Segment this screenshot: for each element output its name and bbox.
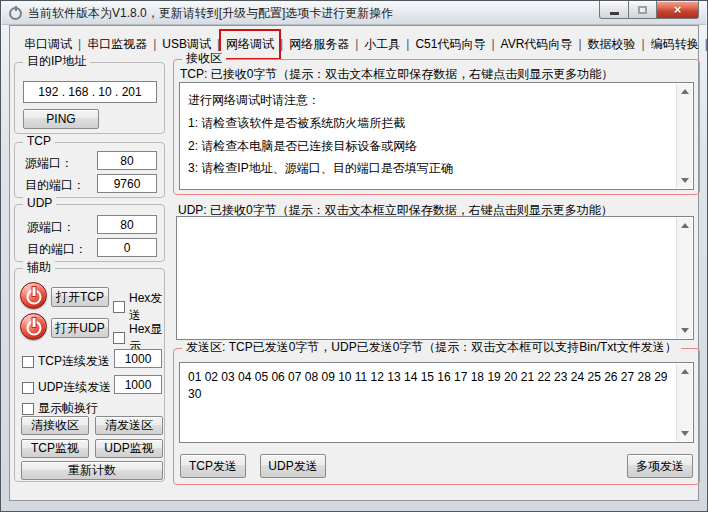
tcp-power-icon	[20, 282, 47, 309]
tab-network-debug[interactable]: 网络调试	[221, 33, 279, 56]
udp-dest-port-label: 目的端口：	[27, 241, 87, 258]
arrow-down-icon	[681, 178, 689, 183]
tab-strip: 串口调试 | 串口监视器 | USB调试 | 网络调试 | 网络服务器 | 小工…	[19, 31, 708, 57]
arrow-up-icon	[681, 223, 689, 228]
udp-dest-port-input[interactable]: 0	[97, 238, 157, 257]
checkbox-icon	[22, 356, 34, 368]
app-icon	[9, 7, 22, 20]
checkbox-icon	[22, 382, 34, 394]
dest-ip-group: 目的IP地址 192 . 168 . 10 . 201 PING	[14, 62, 165, 134]
udp-ports-group: UDP 源端口： 80 目的端口： 0	[14, 204, 165, 262]
tcp-receive-status: TCP: 已接收0字节（提示：双击文本框立即保存数据，右键点击则显示更多功能）	[180, 66, 613, 83]
scrollbar[interactable]	[676, 84, 692, 188]
tcp-receive-text: 进行网络调试时请注意： 1: 请检查该软件是否被系统防火墙所拦截 2: 请检查本…	[184, 85, 673, 187]
recount-button[interactable]: 重新计数	[21, 461, 163, 480]
udp-receive-textarea[interactable]	[176, 216, 694, 340]
scrollbar[interactable]	[676, 364, 692, 441]
scroll-up-button[interactable]	[677, 364, 692, 379]
send-area-title: 发送区: TCP已发送0字节，UDP已发送0字节（提示：双击文本框可以支持Bin…	[182, 340, 681, 354]
tab-serial-debug[interactable]: 串口调试	[19, 33, 77, 56]
udp-source-port-label: 源端口：	[27, 219, 75, 236]
tab-separator: |	[704, 37, 708, 51]
tcp-auto-send-label: TCP连续发送	[38, 353, 110, 370]
clear-send-button[interactable]: 清发送区	[95, 416, 163, 435]
window-controls: ×	[599, 1, 699, 19]
tab-network-server[interactable]: 网络服务器	[284, 33, 354, 56]
multi-send-button[interactable]: 多项发送	[627, 454, 693, 478]
tcp-auto-send-interval-input[interactable]: 1000	[114, 349, 162, 368]
tcp-send-button[interactable]: TCP发送	[180, 454, 246, 478]
tcp-auto-send-checkbox[interactable]: TCP连续发送	[22, 353, 110, 370]
tab-data-check[interactable]: 数据校验	[583, 33, 641, 56]
arrow-down-icon	[681, 328, 689, 333]
open-udp-button[interactable]: 打开UDP	[51, 318, 109, 338]
dest-ip-input[interactable]: 192 . 168 . 10 . 201	[23, 81, 157, 103]
group-title: 接收区	[182, 51, 226, 65]
tcp-source-port-input[interactable]: 80	[97, 151, 157, 170]
scroll-up-button[interactable]	[677, 84, 692, 99]
clear-receive-button[interactable]: 清接收区	[21, 416, 89, 435]
receive-area-group: 接收区 TCP: 已接收0字节（提示：双击文本框立即保存数据，右键点击则显示更多…	[173, 59, 700, 195]
minimize-icon	[610, 12, 619, 15]
close-button[interactable]: ×	[657, 1, 699, 19]
send-area-group: 发送区: TCP已发送0字节，UDP已发送0字节（提示：双击文本框可以支持Bin…	[173, 348, 700, 485]
udp-auto-send-interval-input[interactable]: 1000	[114, 375, 162, 394]
udp-source-port-input[interactable]: 80	[97, 215, 157, 234]
auxiliary-group: 辅助 打开TCP Hex发送 打开UDP Hex显示 TCP连续发送 1000 …	[14, 268, 165, 482]
scrollbar[interactable]	[676, 218, 692, 338]
scroll-down-button[interactable]	[677, 323, 692, 338]
client-area: 串口调试 | 串口监视器 | USB调试 | 网络调试 | 网络服务器 | 小工…	[9, 25, 699, 501]
scroll-down-button[interactable]	[677, 173, 692, 188]
tcp-dest-port-input[interactable]: 9760	[97, 174, 157, 193]
checkbox-icon	[22, 403, 34, 415]
frame-newline-checkbox[interactable]: 显示帧换行	[22, 400, 98, 417]
udp-monitor-button[interactable]: UDP监视	[95, 439, 163, 458]
tcp-monitor-button[interactable]: TCP监视	[21, 439, 89, 458]
tcp-source-port-label: 源端口：	[25, 155, 73, 172]
arrow-down-icon	[681, 431, 689, 436]
arrow-up-icon	[681, 369, 689, 374]
close-icon: ×	[674, 2, 682, 17]
minimize-button[interactable]	[599, 1, 629, 19]
tab-tools[interactable]: 小工具	[359, 33, 405, 56]
group-title: 辅助	[23, 260, 55, 274]
group-title: UDP	[23, 196, 56, 210]
udp-receive-text	[181, 219, 673, 337]
arrow-up-icon	[681, 89, 689, 94]
tcp-ports-group: TCP 源端口： 80 目的端口： 9760	[14, 142, 165, 198]
tcp-receive-textarea[interactable]: 进行网络调试时请注意： 1: 请检查该软件是否被系统防火墙所拦截 2: 请检查本…	[179, 82, 694, 190]
group-title: 目的IP地址	[23, 54, 90, 68]
scroll-down-button[interactable]	[677, 426, 692, 441]
scroll-up-button[interactable]	[677, 218, 692, 233]
udp-auto-send-label: UDP连续发送	[38, 379, 111, 396]
udp-auto-send-checkbox[interactable]: UDP连续发送	[22, 379, 111, 396]
tab-encoding-convert[interactable]: 编码转换	[646, 33, 704, 56]
tab-c51-wizard[interactable]: C51代码向导	[410, 33, 490, 56]
window-title: 当前软件版本为V1.8.0，更新请转到[升级与配置]选项卡进行更新操作	[28, 5, 393, 22]
hex-send-label: Hex发送	[129, 290, 164, 324]
checkbox-icon	[113, 332, 125, 344]
send-text: 01 02 03 04 05 06 07 08 09 10 11 12 13 1…	[184, 365, 673, 440]
group-title: TCP	[23, 134, 55, 148]
ping-button[interactable]: PING	[23, 109, 99, 129]
tab-serial-monitor[interactable]: 串口监视器	[82, 33, 152, 56]
maximize-button[interactable]	[629, 1, 657, 19]
frame-newline-label: 显示帧换行	[38, 400, 98, 417]
open-tcp-button[interactable]: 打开TCP	[51, 287, 109, 307]
tab-avr-wizard[interactable]: AVR代码向导	[496, 33, 578, 56]
udp-power-icon	[20, 313, 47, 340]
udp-send-button[interactable]: UDP发送	[260, 454, 326, 478]
send-textarea[interactable]: 01 02 03 04 05 06 07 08 09 10 11 12 13 1…	[179, 362, 694, 443]
checkbox-icon	[113, 301, 125, 313]
app-window: 当前软件版本为V1.8.0，更新请转到[升级与配置]选项卡进行更新操作 × 串口…	[0, 0, 708, 512]
hex-send-checkbox[interactable]: Hex发送	[113, 290, 164, 324]
maximize-icon	[638, 6, 647, 14]
tcp-dest-port-label: 目的端口：	[25, 177, 85, 194]
